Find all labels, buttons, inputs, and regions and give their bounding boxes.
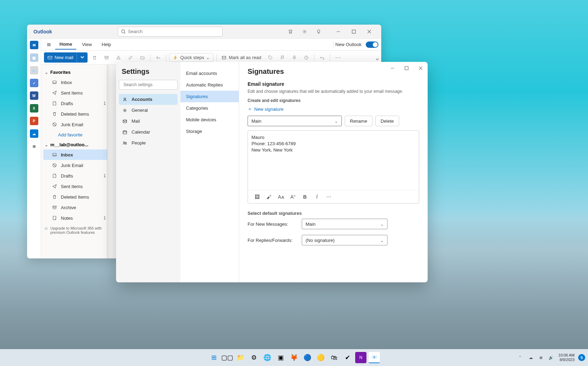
- folder-junk-email[interactable]: Junk Email: [41, 160, 109, 171]
- moveto-icon[interactable]: [138, 53, 147, 63]
- new-signature-link[interactable]: ＋ New signature: [248, 106, 419, 112]
- rail-calendar-icon[interactable]: ▦: [30, 53, 38, 62]
- try-premium-icon[interactable]: [286, 27, 295, 37]
- network-tray-icon[interactable]: 🖥: [539, 355, 545, 360]
- volume-tray-icon[interactable]: 🔊: [549, 355, 555, 360]
- onedrive-tray-icon[interactable]: ☁: [529, 355, 535, 360]
- italic-icon[interactable]: I: [313, 194, 320, 200]
- tab-help[interactable]: Help: [97, 40, 115, 49]
- rail-mail-icon[interactable]: ✉: [30, 41, 38, 49]
- folder-inbox[interactable]: Inbox: [43, 149, 107, 160]
- subnav-storage[interactable]: Storage: [180, 126, 239, 137]
- subnav-categories[interactable]: Categories: [180, 102, 239, 114]
- settings-app-icon[interactable]: ⚙: [248, 352, 260, 363]
- task-view-icon[interactable]: ▢▢: [222, 352, 233, 363]
- folder-junk-email[interactable]: Junk Email: [41, 119, 109, 130]
- close-button[interactable]: [362, 25, 377, 38]
- rename-button[interactable]: Rename: [345, 116, 372, 126]
- undo-icon[interactable]: [317, 53, 327, 63]
- chrome2-icon[interactable]: 🔵: [302, 352, 313, 363]
- sweep-icon[interactable]: [126, 53, 135, 63]
- account-section[interactable]: m__lab@outloo...: [41, 140, 109, 149]
- taskbar-clock[interactable]: 10:06 AM 8/9/2023: [558, 353, 575, 362]
- firefox-icon[interactable]: 🦊: [288, 352, 300, 363]
- reply-icon[interactable]: [153, 53, 163, 63]
- settings-nav-general[interactable]: General: [119, 105, 178, 116]
- settings-search-box[interactable]: [119, 80, 178, 90]
- todo-app-icon[interactable]: ✔: [342, 352, 353, 363]
- report-icon[interactable]: [114, 53, 123, 63]
- settings-nav-calendar[interactable]: Calendar: [119, 127, 178, 137]
- notification-badge[interactable]: 5: [578, 354, 585, 361]
- start-button[interactable]: ⊞: [208, 352, 219, 363]
- settings-nav-accounts[interactable]: Accounts: [119, 94, 178, 105]
- subnav-email-accounts[interactable]: Email accounts: [180, 68, 239, 79]
- folder-archive[interactable]: Archive: [41, 202, 109, 213]
- for-reply-select[interactable]: (No signature): [302, 235, 388, 245]
- rail-more-icon[interactable]: ⊞: [30, 142, 38, 150]
- bold-icon[interactable]: B: [301, 194, 308, 200]
- rail-word-icon[interactable]: W: [30, 91, 38, 100]
- delete-button[interactable]: Delete: [375, 116, 399, 126]
- tips-icon[interactable]: [314, 27, 324, 37]
- folder-notes[interactable]: Notes1: [41, 213, 109, 223]
- snooze-icon[interactable]: [301, 53, 311, 63]
- font-family-icon[interactable]: Aᴀ: [277, 194, 285, 200]
- new-outlook-toggle[interactable]: [366, 41, 378, 48]
- more-toolbar-icon[interactable]: ⋯: [333, 53, 343, 63]
- tag-icon[interactable]: [266, 53, 275, 63]
- search-input[interactable]: [128, 29, 219, 34]
- settings-icon[interactable]: [300, 27, 309, 37]
- signature-editor-body[interactable]: Mauro Phone: 123-456-6789 New York, New …: [248, 131, 419, 190]
- terminal-icon[interactable]: ▣: [275, 352, 286, 363]
- onenote-icon[interactable]: N: [355, 352, 366, 363]
- more-format-icon[interactable]: ⋯: [325, 194, 332, 200]
- quick-steps-button[interactable]: Quick steps: [169, 53, 213, 62]
- favorites-section[interactable]: Favorites: [41, 68, 109, 77]
- chrome-icon[interactable]: 🌐: [262, 352, 273, 363]
- rail-excel-icon[interactable]: X: [30, 104, 38, 113]
- settings-nav-mail[interactable]: Mail: [119, 116, 178, 127]
- font-size-icon[interactable]: A°: [289, 194, 296, 200]
- rail-onedrive-icon[interactable]: ☁: [30, 129, 38, 138]
- folder-sent-items[interactable]: Sent Items: [41, 181, 109, 192]
- subnav-signatures[interactable]: Signatures: [180, 91, 239, 102]
- subnav-automatic-replies[interactable]: Automatic Replies: [180, 79, 239, 91]
- new-mail-button[interactable]: New mail: [44, 52, 88, 63]
- maximize-button[interactable]: [346, 25, 362, 38]
- rail-ppt-icon[interactable]: P: [30, 117, 38, 125]
- settings-nav-people[interactable]: People: [119, 137, 178, 148]
- file-explorer-icon[interactable]: 📁: [235, 352, 246, 363]
- settings-search-input[interactable]: [123, 82, 176, 87]
- folder-deleted-items[interactable]: Deleted Items: [41, 109, 109, 119]
- format-painter-icon[interactable]: 🖌: [266, 194, 273, 200]
- upgrade-banner[interactable]: ◇ Upgrade to Microsoft 365 with premium …: [41, 223, 109, 237]
- scrollbar[interactable]: [107, 65, 109, 258]
- flag-icon[interactable]: [277, 53, 287, 63]
- tab-view[interactable]: View: [78, 40, 96, 49]
- for-new-select[interactable]: Main: [302, 219, 388, 229]
- folder-drafts[interactable]: Drafts1: [41, 98, 109, 109]
- hamburger-icon[interactable]: [44, 42, 54, 47]
- signature-select[interactable]: Main: [248, 116, 342, 126]
- subnav-mobile-devices[interactable]: Mobile devices: [180, 114, 239, 126]
- folder-sent-items[interactable]: Sent Items: [41, 88, 109, 98]
- new-mail-split[interactable]: [77, 52, 88, 63]
- outlook-taskbar-icon[interactable]: 📧: [369, 352, 380, 363]
- mark-all-read-button[interactable]: Mark all as read: [219, 53, 263, 62]
- pin-icon[interactable]: [289, 53, 299, 63]
- add-favorite-link[interactable]: Add favorite: [41, 130, 109, 140]
- tab-home[interactable]: Home: [55, 39, 76, 50]
- rail-todo-icon[interactable]: ✓: [30, 79, 38, 87]
- archive-icon[interactable]: [102, 53, 111, 63]
- rail-people-icon[interactable]: 👥: [30, 66, 38, 75]
- folder-drafts[interactable]: Drafts1: [41, 171, 109, 181]
- folder-deleted-items[interactable]: Deleted Items: [41, 192, 109, 202]
- search-box[interactable]: [118, 27, 223, 37]
- delete-icon[interactable]: [90, 53, 100, 63]
- canary-icon[interactable]: 🟡: [315, 352, 326, 363]
- folder-inbox[interactable]: Inbox: [41, 77, 109, 88]
- minimize-button[interactable]: [331, 25, 346, 38]
- tray-chevron-icon[interactable]: ˄: [519, 355, 525, 360]
- insert-image-icon[interactable]: 🖼: [254, 194, 261, 200]
